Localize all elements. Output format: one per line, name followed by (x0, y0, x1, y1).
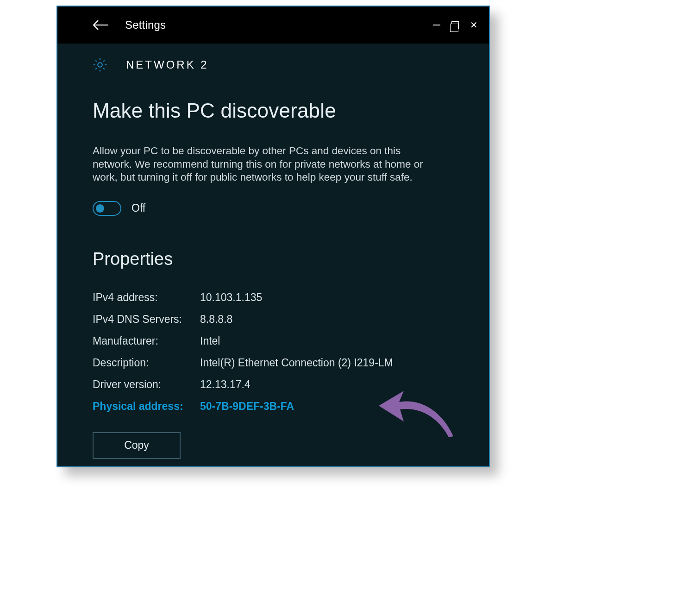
content-area: Make this PC discoverable Allow your PC … (57, 73, 489, 459)
property-value: 10.103.1.135 (200, 291, 452, 304)
properties-heading: Properties (93, 249, 452, 269)
property-value: 12.13.17.4 (200, 378, 452, 391)
property-label: Physical address: (93, 400, 200, 413)
close-button[interactable]: ✕ (470, 20, 478, 30)
property-value: 50-7B-9DEF-3B-FA (200, 400, 452, 413)
property-label: Manufacturer: (93, 335, 200, 347)
breadcrumb: NETWORK 2 (126, 58, 209, 71)
window-controls: ✕ (433, 20, 478, 30)
property-label: IPv4 address: (93, 291, 200, 304)
properties-grid: IPv4 address:10.103.1.135IPv4 DNS Server… (93, 291, 452, 413)
gear-icon (92, 57, 108, 73)
property-label: Driver version: (93, 378, 200, 391)
settings-window: Settings ✕ NETWORK 2 Make this PC discov… (56, 6, 490, 467)
maximize-button[interactable] (451, 21, 459, 29)
property-label: Description: (93, 357, 200, 369)
back-button[interactable] (93, 19, 109, 31)
minimize-icon (433, 25, 440, 25)
discoverable-toggle-label: Off (131, 202, 145, 214)
discoverable-toggle-row: Off (93, 201, 452, 216)
discoverable-description: Allow your PC to be discoverable by othe… (93, 145, 426, 184)
property-label: IPv4 DNS Servers: (93, 313, 200, 326)
subheader: NETWORK 2 (57, 44, 489, 73)
discoverable-toggle[interactable] (93, 201, 121, 216)
maximize-icon (451, 21, 459, 29)
property-value: Intel(R) Ethernet Connection (2) I219-LM (200, 357, 452, 369)
titlebar: Settings ✕ (57, 6, 489, 44)
discoverable-heading: Make this PC discoverable (93, 99, 452, 122)
property-value: 8.8.8.8 (200, 313, 452, 326)
svg-point-1 (98, 63, 102, 67)
arrow-left-icon (93, 19, 109, 31)
toggle-knob (96, 204, 104, 213)
minimize-button[interactable] (433, 25, 440, 25)
copy-button[interactable]: Copy (93, 432, 181, 459)
close-icon: ✕ (470, 20, 478, 30)
app-title: Settings (125, 19, 166, 31)
property-value: Intel (200, 335, 452, 347)
